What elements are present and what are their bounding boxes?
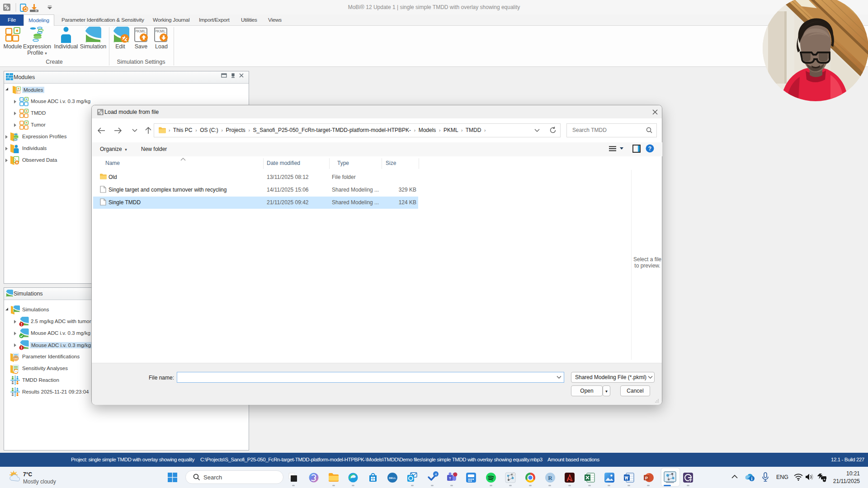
- svg-text:?: ?: [648, 145, 651, 152]
- svg-text:4: 4: [435, 472, 437, 476]
- svg-text:PKML: PKML: [134, 29, 146, 33]
- svg-text:T: T: [449, 476, 451, 480]
- svg-text:R: R: [548, 474, 552, 481]
- svg-text:PKML: PKML: [154, 29, 166, 33]
- svg-text:DELL: DELL: [389, 477, 396, 479]
- svg-text:PK: PK: [22, 99, 24, 101]
- svg-text:P: P: [645, 476, 648, 480]
